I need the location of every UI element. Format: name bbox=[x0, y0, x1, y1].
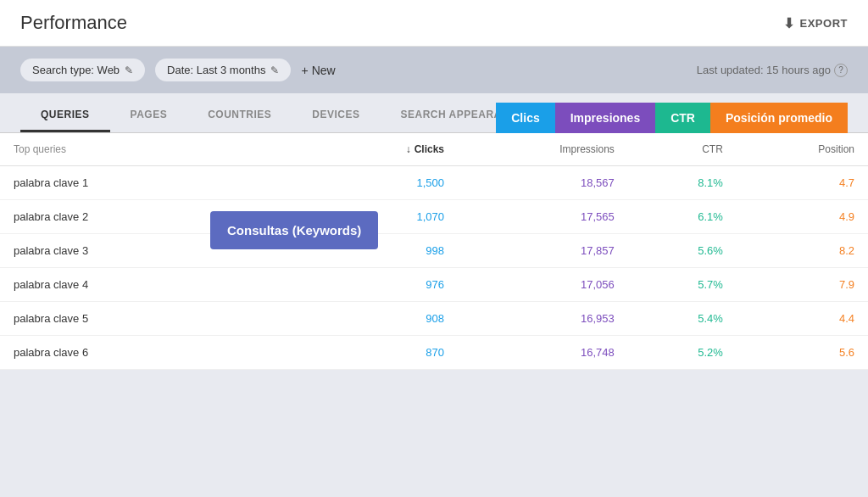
sort-arrow-icon: ↓ bbox=[406, 143, 411, 155]
ctr-cell: 8.1% bbox=[628, 166, 737, 200]
clicks-cell: 1,500 bbox=[186, 166, 458, 200]
col-header-queries: Top queries bbox=[0, 133, 186, 166]
metric-buttons: Clics Impresiones CTR Posición promedio bbox=[496, 103, 848, 133]
query-cell: palabra clave 3 bbox=[0, 234, 186, 268]
col-header-position: Position bbox=[737, 133, 868, 166]
date-label: Date: Last 3 months bbox=[167, 64, 265, 76]
search-type-filter[interactable]: Search type: Web ✎ bbox=[20, 59, 145, 81]
page-title: Performance bbox=[20, 12, 127, 34]
export-button[interactable]: ⬇ EXPORT bbox=[783, 15, 848, 31]
ctr-cell: 5.7% bbox=[628, 268, 737, 302]
impressions-cell: 17,857 bbox=[458, 234, 628, 268]
ctr-cell: 5.6% bbox=[628, 234, 737, 268]
position-cell: 5.6 bbox=[737, 336, 868, 370]
table-row[interactable]: palabra clave 6 870 16,748 5.2% 5.6 bbox=[0, 336, 868, 370]
export-icon: ⬇ bbox=[783, 15, 795, 31]
query-cell: palabra clave 5 bbox=[0, 302, 186, 336]
tabs-row: QUERIES PAGES COUNTRIES DEVICES SEARCH A… bbox=[0, 93, 868, 133]
data-table-section: Consultas (Keywords) Top queries ↓ Click… bbox=[0, 133, 868, 370]
filter-bar: Search type: Web ✎ Date: Last 3 months ✎… bbox=[0, 47, 868, 93]
position-cell: 4.4 bbox=[737, 302, 868, 336]
col-header-ctr: CTR bbox=[628, 133, 737, 166]
clicks-cell: 870 bbox=[186, 336, 458, 370]
position-cell: 4.7 bbox=[737, 166, 868, 200]
search-type-label: Search type: Web bbox=[32, 64, 120, 76]
impressions-cell: 18,567 bbox=[458, 166, 628, 200]
query-cell: palabra clave 2 bbox=[0, 200, 186, 234]
metric-btn-clicks[interactable]: Clics bbox=[496, 103, 554, 133]
ctr-cell: 5.4% bbox=[628, 302, 737, 336]
query-cell: palabra clave 6 bbox=[0, 336, 186, 370]
clicks-cell: 1,070 bbox=[186, 200, 458, 234]
ctr-cell: 6.1% bbox=[628, 200, 737, 234]
clicks-cell: 976 bbox=[186, 268, 458, 302]
table-row[interactable]: palabra clave 2 1,070 17,565 6.1% 4.9 bbox=[0, 200, 868, 234]
tab-countries[interactable]: COUNTRIES bbox=[187, 93, 292, 132]
export-label: EXPORT bbox=[800, 17, 848, 30]
date-filter[interactable]: Date: Last 3 months ✎ bbox=[155, 59, 291, 81]
queries-table: Top queries ↓ Clicks Impressions CTR Pos… bbox=[0, 133, 868, 370]
new-filter-button[interactable]: + New bbox=[301, 64, 335, 77]
table-row[interactable]: palabra clave 5 908 16,953 5.4% 4.4 bbox=[0, 302, 868, 336]
plus-icon: + bbox=[301, 64, 308, 77]
table-row[interactable]: palabra clave 4 976 17,056 5.7% 7.9 bbox=[0, 268, 868, 302]
page-header: Performance ⬇ EXPORT bbox=[0, 0, 868, 47]
ctr-cell: 5.2% bbox=[628, 336, 737, 370]
clicks-cell: 998 bbox=[186, 234, 458, 268]
impressions-cell: 17,056 bbox=[458, 268, 628, 302]
tab-devices[interactable]: DEVICES bbox=[292, 93, 380, 132]
search-type-edit-icon: ✎ bbox=[125, 64, 133, 76]
col-header-clicks[interactable]: ↓ Clicks bbox=[186, 133, 458, 166]
tab-pages[interactable]: PAGES bbox=[110, 93, 188, 132]
help-icon[interactable]: ? bbox=[834, 64, 848, 77]
query-cell: palabra clave 4 bbox=[0, 268, 186, 302]
tab-queries[interactable]: QUERIES bbox=[20, 93, 110, 132]
query-cell: palabra clave 1 bbox=[0, 166, 186, 200]
position-cell: 4.9 bbox=[737, 200, 868, 234]
table-row[interactable]: palabra clave 3 998 17,857 5.6% 8.2 bbox=[0, 234, 868, 268]
impressions-cell: 16,953 bbox=[458, 302, 628, 336]
last-updated-text: Last updated: 15 hours ago bbox=[697, 64, 831, 76]
impressions-cell: 17,565 bbox=[458, 200, 628, 234]
clicks-cell: 908 bbox=[186, 302, 458, 336]
position-cell: 7.9 bbox=[737, 268, 868, 302]
position-cell: 8.2 bbox=[737, 234, 868, 268]
metric-btn-ctr[interactable]: CTR bbox=[655, 103, 710, 133]
metric-btn-position[interactable]: Posición promedio bbox=[710, 103, 848, 133]
new-label: New bbox=[312, 64, 336, 77]
metric-btn-impressions[interactable]: Impresiones bbox=[555, 103, 655, 133]
table-row[interactable]: palabra clave 1 1,500 18,567 8.1% 4.7 bbox=[0, 166, 868, 200]
col-header-impressions: Impressions bbox=[458, 133, 628, 166]
impressions-cell: 16,748 bbox=[458, 336, 628, 370]
date-edit-icon: ✎ bbox=[270, 64, 279, 76]
last-updated: Last updated: 15 hours ago ? bbox=[697, 64, 848, 77]
